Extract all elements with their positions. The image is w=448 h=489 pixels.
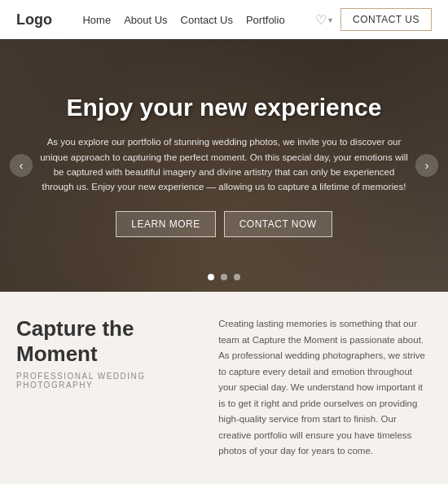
nav-portfolio[interactable]: Portfolio xyxy=(246,14,285,26)
nav-about[interactable]: About Us xyxy=(124,14,167,26)
contact-now-button[interactable]: CONTACT NOW xyxy=(224,211,332,237)
about-right: Creating lasting memories is something t… xyxy=(218,316,432,460)
navbar: Logo Home About Us Contact Us Portfolio … xyxy=(0,0,448,39)
heart-icon[interactable]: ♡▾ xyxy=(315,12,332,28)
about-left: Capture the Moment PROFESSIONAL WEDDING … xyxy=(16,316,194,460)
about-section: Capture the Moment PROFESSIONAL WEDDING … xyxy=(0,292,448,484)
about-subtitle: PROFESSIONAL WEDDING PHOTOGRAPHY xyxy=(16,372,194,390)
gallery-section: Gallery Descriptions xyxy=(0,484,448,489)
hero-section: ‹ Enjoy your new experience As you explo… xyxy=(0,39,448,292)
hero-prev-button[interactable]: ‹ xyxy=(10,154,33,177)
hero-title: Enjoy your new experience xyxy=(37,94,411,121)
nav-right: ♡▾ CONTACT US xyxy=(315,8,432,31)
dot-1[interactable] xyxy=(208,274,214,280)
logo: Logo xyxy=(16,11,52,29)
dot-3[interactable] xyxy=(234,274,240,280)
learn-more-button[interactable]: LEARN MORE xyxy=(116,211,215,237)
about-description: Creating lasting memories is something t… xyxy=(218,316,432,460)
hero-dots xyxy=(208,274,240,280)
nav-home[interactable]: Home xyxy=(82,14,111,26)
dot-2[interactable] xyxy=(221,274,227,280)
nav-links: Home About Us Contact Us Portfolio xyxy=(82,14,284,26)
contact-button[interactable]: CONTACT US xyxy=(340,8,432,31)
hero-body: As you explore our portfolio of stunning… xyxy=(37,134,411,195)
hero-content: Enjoy your new experience As you explore… xyxy=(4,94,444,237)
hero-buttons: LEARN MORE CONTACT NOW xyxy=(37,211,411,237)
about-title: Capture the Moment xyxy=(16,316,194,367)
hero-next-button[interactable]: › xyxy=(415,154,438,177)
nav-contact[interactable]: Contact Us xyxy=(181,14,233,26)
